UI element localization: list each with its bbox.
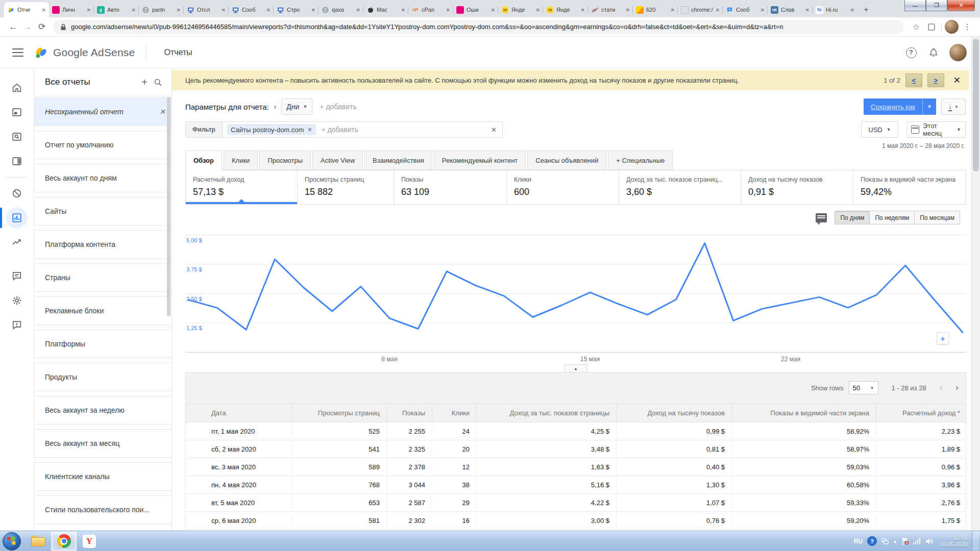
tray-display-icon[interactable]: [881, 537, 889, 546]
tab-close-icon[interactable]: ✕: [132, 7, 136, 13]
metric-card[interactable]: Показы63 109: [394, 170, 507, 204]
report-list-item[interactable]: Клиентские каналы: [34, 462, 172, 491]
banner-close-icon[interactable]: ✕: [953, 75, 961, 86]
show-desktop-button[interactable]: [972, 531, 979, 551]
help-icon[interactable]: ?: [903, 45, 919, 60]
chart-annotations-icon[interactable]: [816, 213, 827, 222]
hamburger-menu-icon[interactable]: [12, 48, 23, 57]
view-tab-active-view[interactable]: Active View: [312, 151, 363, 170]
taskbar-explorer-button[interactable]: [26, 532, 51, 551]
column-header[interactable]: Клики: [432, 404, 476, 422]
view-tab-просмотры[interactable]: Просмотры: [259, 151, 311, 170]
browser-tab-5[interactable]: Отсл✕: [184, 2, 229, 17]
chart-collapse-button[interactable]: ▲: [564, 364, 587, 372]
table-row[interactable]: ср, 6 мая 20205812 302163,00 $0,76 $59,2…: [185, 512, 966, 530]
account-avatar[interactable]: [949, 44, 967, 61]
sidebar-scrollbar[interactable]: [166, 97, 171, 525]
tab-close-icon[interactable]: ✕: [177, 7, 181, 13]
search-reports-icon[interactable]: [151, 76, 164, 89]
currency-dropdown[interactable]: USD▼: [861, 121, 898, 138]
report-list-item[interactable]: Весь аккаунт за месяц: [34, 429, 172, 458]
browser-tab-11[interactable]: Оши✕: [453, 2, 498, 17]
save-as-caret[interactable]: ▼: [922, 98, 936, 115]
metric-card[interactable]: Клики600: [507, 170, 619, 204]
refresh-icon[interactable]: ⟳: [35, 20, 49, 34]
browser-tab-18[interactable]: VKСлав✕: [768, 2, 813, 17]
tab-close-icon[interactable]: ✕: [401, 7, 405, 13]
browser-tab-7[interactable]: Стро✕: [274, 2, 318, 17]
report-item-close-icon[interactable]: ✕: [159, 108, 165, 116]
earnings-series-line[interactable]: [189, 243, 963, 333]
report-list-item[interactable]: Весь аккаунт за неделю: [34, 396, 172, 424]
tray-volume-icon[interactable]: [925, 537, 934, 546]
view-tab-обзор[interactable]: Обзор: [185, 151, 222, 170]
add-parameter-button[interactable]: + добавить: [320, 103, 356, 111]
new-tab-button[interactable]: +: [860, 3, 873, 16]
rail-ad-review-item[interactable]: [0, 124, 34, 149]
browser-tab-8[interactable]: qaxa✕: [318, 2, 363, 17]
tab-close-icon[interactable]: ✕: [222, 7, 226, 13]
download-button[interactable]: ↓▼: [941, 98, 966, 115]
tray-hidden-icons-chevron[interactable]: ▲: [893, 537, 897, 546]
rail-optimization-item[interactable]: [0, 230, 34, 255]
table-row[interactable]: пн, 4 мая 20207683 044385,16 $1,30 $60,5…: [185, 476, 966, 494]
filter-clear-icon[interactable]: ✕: [491, 126, 497, 134]
browser-tab-2[interactable]: Личн✕: [49, 2, 94, 17]
bookmark-star-icon[interactable]: ☆: [910, 20, 923, 34]
save-as-button[interactable]: Сохранить как: [864, 98, 922, 115]
filter-chip[interactable]: Сайты postroy-dom.com✕: [227, 124, 316, 135]
language-indicator[interactable]: RU: [854, 538, 863, 545]
maximize-button[interactable]: ❐: [926, 0, 947, 11]
metric-card[interactable]: Расчетный доход57,13 $: [186, 170, 298, 204]
browser-tab-4[interactable]: partn✕: [139, 2, 184, 17]
dimension-dropdown[interactable]: Дни▼: [281, 98, 312, 115]
rail-reports-item[interactable]: [0, 206, 34, 230]
tab-close-icon[interactable]: ✕: [42, 7, 46, 13]
browser-tab-1[interactable]: Отче✕: [4, 2, 49, 17]
address-bar[interactable]: google.com/adsense/new/u/0/pub-996124695…: [53, 20, 903, 34]
rail-ad-unit-item[interactable]: [0, 100, 34, 124]
taskbar-chrome-button[interactable]: [51, 532, 77, 551]
rail-matched-content-item[interactable]: [0, 149, 34, 173]
browser-tab-9[interactable]: Mac✕: [363, 2, 408, 17]
minimize-button[interactable]: —: [904, 0, 926, 11]
column-header[interactable]: Расчетный доход *: [876, 404, 967, 422]
granularity-по-месяцам[interactable]: По месяцам: [914, 211, 960, 224]
back-icon[interactable]: ←: [6, 20, 20, 34]
period-dropdown[interactable]: Этот месяц▼: [906, 121, 966, 138]
start-button[interactable]: [3, 532, 21, 550]
add-report-icon[interactable]: +: [138, 76, 151, 89]
pagination-prev-icon[interactable]: ‹: [940, 383, 943, 393]
menu-kebab-icon[interactable]: ⋮: [961, 20, 974, 34]
close-button[interactable]: ✕: [947, 0, 975, 11]
banner-next-button[interactable]: >: [927, 73, 944, 87]
view-tab-клики[interactable]: Клики: [224, 151, 258, 170]
filter-bar[interactable]: Фильтр Сайты postroy-dom.com✕ + добавить…: [185, 121, 503, 138]
browser-tab-6[interactable]: Сооб✕: [229, 2, 274, 17]
table-row[interactable]: вт, 5 мая 20206532 587294,22 $1,07 $59,3…: [185, 494, 966, 512]
tray-help-icon[interactable]: ?: [867, 536, 877, 546]
report-list-item[interactable]: Отчет по умолчанию: [34, 131, 172, 159]
tab-close-icon[interactable]: ✕: [356, 7, 360, 13]
view-tab--специальные[interactable]: + Специальные: [608, 151, 673, 170]
forward-icon[interactable]: →: [20, 20, 35, 34]
table-row[interactable]: вс, 3 мая 20205892 378121,63 $0,40 $59,0…: [185, 458, 966, 476]
report-list-item[interactable]: Стили пользовательского пои...: [34, 495, 172, 524]
view-tab-взаимодействия[interactable]: Взаимодействия: [364, 151, 432, 170]
metric-card[interactable]: Доход на тысячу показов0,91 $: [741, 170, 853, 204]
tab-close-icon[interactable]: ✕: [446, 7, 450, 13]
show-rows-dropdown[interactable]: 50▼: [849, 381, 878, 394]
tray-action-center-flag-icon[interactable]: [901, 537, 909, 546]
granularity-по-дням[interactable]: По дням: [835, 211, 870, 224]
report-list-item[interactable]: Продукты: [34, 363, 172, 391]
tab-close-icon[interactable]: ✕: [581, 7, 585, 13]
browser-tab-17[interactable]: Сооб✕: [723, 2, 768, 17]
view-tab-рекомендуемый-контент[interactable]: Рекомендуемый контент: [434, 151, 526, 170]
filter-chip-remove-icon[interactable]: ✕: [307, 127, 312, 133]
tab-close-icon[interactable]: ✕: [87, 7, 91, 13]
browser-profile-avatar[interactable]: [945, 20, 959, 34]
browser-tab-12[interactable]: 10Янде✕: [498, 2, 543, 17]
tab-close-icon[interactable]: ✕: [311, 7, 315, 13]
browser-tab-19[interactable]: hiHi.ru✕: [813, 2, 857, 17]
browser-tab-14[interactable]: стати✕: [588, 2, 633, 17]
